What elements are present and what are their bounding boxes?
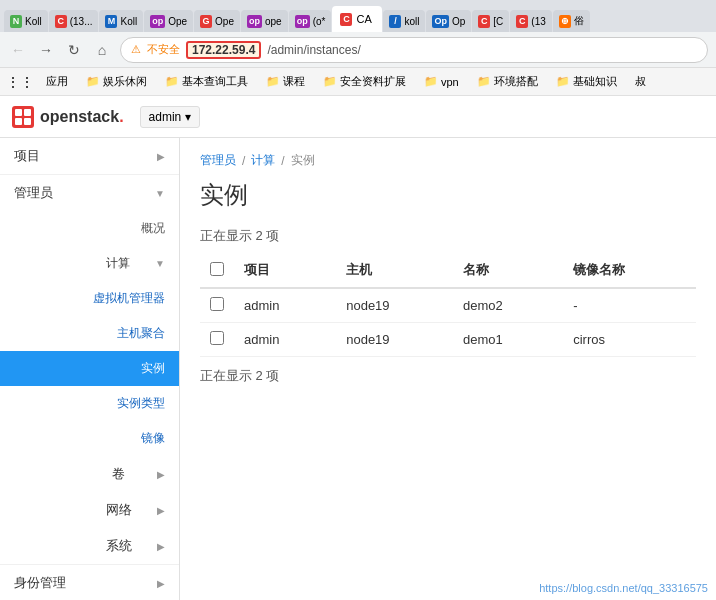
app-header: openstack. admin ▾: [0, 96, 716, 138]
url-bar[interactable]: ⚠ 不安全 172.22.59.4 /admin/instances/: [120, 37, 708, 63]
svg-rect-0: [15, 109, 22, 116]
tab-c2[interactable]: C [C: [472, 10, 509, 32]
home-button[interactable]: ⌂: [92, 40, 112, 60]
active-tab[interactable]: C CA: [332, 6, 382, 32]
bookmark-entertainment[interactable]: 📁 娱乐休闲: [80, 72, 153, 91]
sidebar-item-overview[interactable]: 概况: [0, 211, 179, 246]
bookmark-security-label: 安全资料扩展: [340, 74, 406, 89]
sidebar-item-instances[interactable]: 实例: [0, 351, 179, 386]
content-area: 管理员 / 计算 / 实例 实例 正在显示 2 项 项目 主机 名称 镜像名称: [180, 138, 716, 600]
row2-project: admin: [234, 323, 336, 357]
svg-rect-2: [15, 118, 22, 125]
bookmark-knowledge[interactable]: 📁 基础知识: [550, 72, 623, 91]
sidebar-hostagg-label: 主机聚合: [117, 325, 165, 342]
chevron-right-identity-icon: ▶: [157, 578, 165, 589]
bookmark-apps[interactable]: 应用: [40, 72, 74, 91]
bookmark-security[interactable]: 📁 安全资料扩展: [317, 72, 412, 91]
sidebar-hypervisor-label: 虚拟机管理器: [93, 290, 165, 307]
breadcrumb-instances: 实例: [291, 152, 315, 169]
page-title: 实例: [200, 179, 696, 211]
sidebar-item-project[interactable]: 项目 ▶: [0, 138, 179, 174]
col-host: 主机: [336, 253, 453, 288]
apps-icon: ⋮⋮: [6, 74, 34, 90]
chevron-right-icon: ▶: [157, 151, 165, 162]
row2-host: node19: [336, 323, 453, 357]
admin-menu[interactable]: admin ▾: [140, 106, 201, 128]
sidebar-item-admin[interactable]: 管理员 ▼: [0, 175, 179, 211]
sidebar-network-label: 网络: [106, 501, 132, 519]
bookmark-extra[interactable]: 叔: [629, 72, 652, 91]
tab-m[interactable]: M Koll: [99, 10, 143, 32]
sidebar-section-identity: 身份管理 ▶: [0, 565, 179, 600]
tab-n[interactable]: N Koll: [4, 10, 48, 32]
bookmark-apps-label: 应用: [46, 74, 68, 89]
chevron-right-system-icon: ▶: [157, 541, 165, 552]
tab-g[interactable]: G Ope: [194, 10, 240, 32]
folder-icon-7: 📁: [556, 75, 570, 88]
bookmark-course[interactable]: 📁 课程: [260, 72, 311, 91]
tab-op2[interactable]: op ope: [241, 10, 288, 32]
row2-image: cirros: [563, 323, 696, 357]
col-image: 镜像名称: [563, 253, 696, 288]
active-tab-label: CA: [356, 13, 371, 25]
openstack-logo: openstack.: [12, 106, 124, 128]
tab-op1[interactable]: op Ope: [144, 10, 193, 32]
folder-icon-5: 📁: [424, 75, 438, 88]
sidebar-section-admin: 管理员 ▼ 概况 计算 ▼ 虚拟机管理器 主机聚合 实例 实例类型: [0, 175, 179, 565]
logo-text: openstack.: [40, 108, 124, 126]
row2-name[interactable]: demo1: [453, 323, 563, 357]
chevron-down-icon: ▼: [155, 188, 165, 199]
sidebar-volumes-label: 卷: [112, 465, 125, 483]
sidebar-item-identity[interactable]: 身份管理 ▶: [0, 565, 179, 600]
tab-c1[interactable]: C (13...: [49, 10, 99, 32]
instances-table: 项目 主机 名称 镜像名称 admin node19 demo2 -: [200, 253, 696, 357]
sidebar-overview-label: 概况: [141, 220, 165, 237]
table-row: admin node19 demo1 cirros: [200, 323, 696, 357]
tab-op4[interactable]: Op Op: [426, 10, 471, 32]
sidebar-item-volumes[interactable]: 卷 ▶: [0, 456, 179, 492]
sidebar-item-images[interactable]: 镜像: [0, 421, 179, 456]
chevron-down-compute-icon: ▼: [155, 258, 165, 269]
breadcrumb-sep1: /: [242, 154, 245, 168]
logo-icon: [12, 106, 34, 128]
row1-name[interactable]: demo2: [453, 288, 563, 323]
sidebar-item-system[interactable]: 系统 ▶: [0, 528, 179, 564]
row1-project: admin: [234, 288, 336, 323]
breadcrumb-compute[interactable]: 计算: [251, 152, 275, 169]
url-protocol: 不安全: [147, 42, 180, 57]
bookmark-tools-label: 基本查询工具: [182, 74, 248, 89]
col-name: 名称: [453, 253, 563, 288]
sidebar-item-hypervisor[interactable]: 虚拟机管理器: [0, 281, 179, 316]
sidebar-item-network[interactable]: 网络 ▶: [0, 492, 179, 528]
sidebar-item-flavors[interactable]: 实例类型: [0, 386, 179, 421]
chevron-right-network-icon: ▶: [157, 505, 165, 516]
row1-checkbox-cell: [200, 288, 234, 323]
breadcrumb: 管理员 / 计算 / 实例: [200, 152, 696, 169]
back-button[interactable]: ←: [8, 40, 28, 60]
row2-checkbox[interactable]: [210, 331, 224, 345]
tab-op3[interactable]: op (o*: [289, 10, 332, 32]
sidebar-identity-label: 身份管理: [14, 574, 66, 592]
sidebar-item-host-agg[interactable]: 主机聚合: [0, 316, 179, 351]
tab-world[interactable]: ⊕ 俗: [553, 10, 590, 32]
select-all-checkbox[interactable]: [210, 262, 224, 276]
url-ip: 172.22.59.4: [186, 41, 261, 59]
sidebar-section-project: 项目 ▶: [0, 138, 179, 175]
bookmark-env-label: 环境搭配: [494, 74, 538, 89]
bookmark-tools[interactable]: 📁 基本查询工具: [159, 72, 254, 91]
bookmark-knowledge-label: 基础知识: [573, 74, 617, 89]
row1-image: -: [563, 288, 696, 323]
forward-button[interactable]: →: [36, 40, 56, 60]
admin-dropdown-arrow: ▾: [185, 110, 191, 124]
sidebar-item-compute[interactable]: 计算 ▼: [0, 246, 179, 281]
bookmark-env[interactable]: 📁 环境搭配: [471, 72, 544, 91]
reload-button[interactable]: ↻: [64, 40, 84, 60]
breadcrumb-admin[interactable]: 管理员: [200, 152, 236, 169]
tab-c3[interactable]: C (13: [510, 10, 551, 32]
tab-slash[interactable]: / koll: [383, 10, 425, 32]
row1-checkbox[interactable]: [210, 297, 224, 311]
bookmark-vpn[interactable]: 📁 vpn: [418, 73, 465, 90]
browser-tabs: N Koll C (13... M Koll op Ope G Ope op o…: [0, 0, 716, 32]
url-path: /admin/instances/: [267, 43, 360, 57]
count-label-top: 正在显示 2 项: [200, 227, 696, 245]
